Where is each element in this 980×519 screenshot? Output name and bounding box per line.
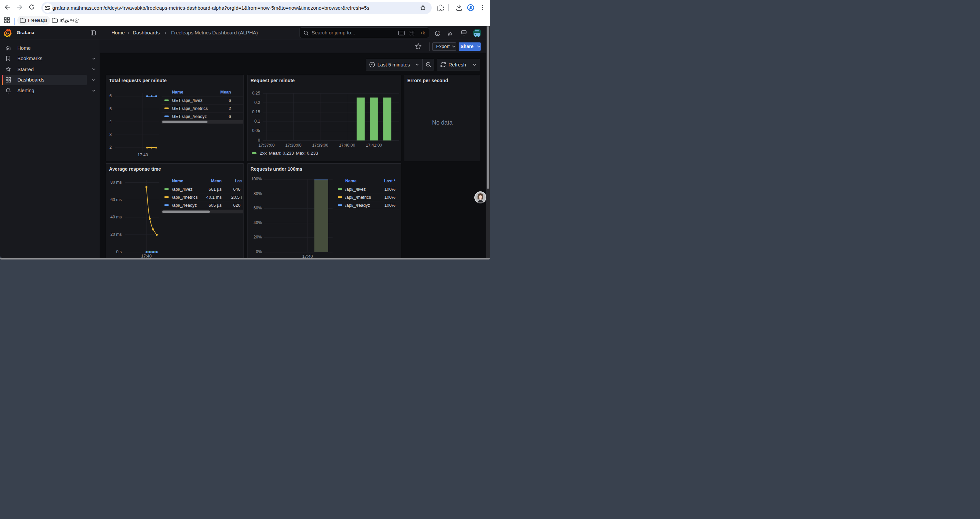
svg-text:?: ?: [437, 31, 439, 35]
